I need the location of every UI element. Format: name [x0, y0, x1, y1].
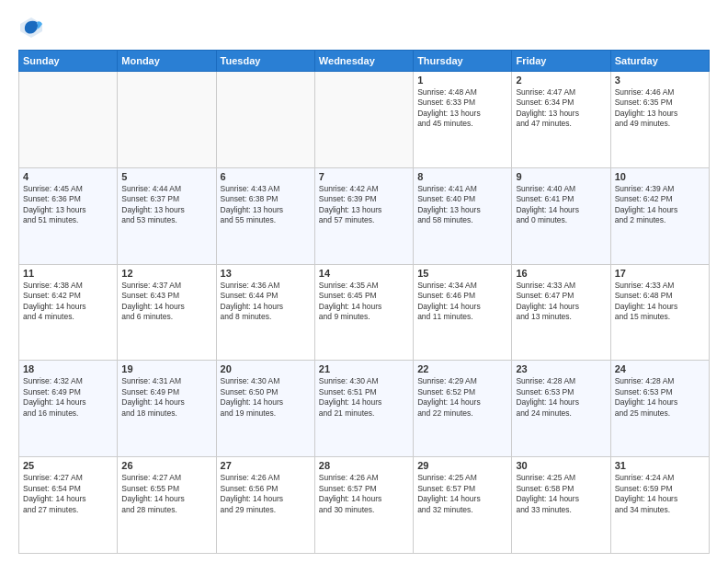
- page: SundayMondayTuesdayWednesdayThursdayFrid…: [0, 0, 728, 563]
- table-cell: 24Sunrise: 4:28 AMSunset: 6:53 PMDayligh…: [610, 361, 709, 457]
- day-number: 11: [23, 268, 113, 279]
- cell-text: Sunrise: 4:27 AMSunset: 6:55 PMDaylight:…: [121, 473, 211, 515]
- table-cell: 10Sunrise: 4:39 AMSunset: 6:42 PMDayligh…: [610, 167, 709, 264]
- cell-text: Sunrise: 4:27 AMSunset: 6:54 PMDaylight:…: [23, 473, 113, 515]
- cell-text: Sunrise: 4:26 AMSunset: 6:56 PMDaylight:…: [221, 473, 311, 515]
- cell-text: Sunrise: 4:47 AMSunset: 6:34 PMDaylight:…: [516, 87, 606, 130]
- logo: [18, 15, 48, 40]
- day-number: 28: [319, 460, 409, 471]
- day-number: 15: [417, 268, 507, 279]
- table-cell: 28Sunrise: 4:26 AMSunset: 6:57 PMDayligh…: [314, 457, 413, 554]
- table-cell: 14Sunrise: 4:35 AMSunset: 6:45 PMDayligh…: [314, 264, 413, 361]
- day-number: 5: [121, 171, 211, 182]
- day-number: 2: [516, 75, 606, 86]
- day-number: 19: [121, 363, 211, 374]
- day-number: 18: [23, 363, 113, 374]
- table-cell: [216, 72, 314, 168]
- day-number: 17: [615, 268, 705, 279]
- table-cell: 1Sunrise: 4:48 AMSunset: 6:33 PMDaylight…: [414, 72, 512, 168]
- cell-text: Sunrise: 4:45 AMSunset: 6:36 PMDaylight:…: [23, 184, 113, 226]
- table-cell: 5Sunrise: 4:44 AMSunset: 6:37 PMDaylight…: [118, 167, 216, 264]
- table-cell: 20Sunrise: 4:30 AMSunset: 6:50 PMDayligh…: [216, 361, 314, 457]
- cell-text: Sunrise: 4:48 AMSunset: 6:33 PMDaylight:…: [417, 87, 507, 130]
- col-header-friday: Friday: [512, 51, 610, 72]
- cell-text: Sunrise: 4:24 AMSunset: 6:59 PMDaylight:…: [615, 473, 705, 515]
- cell-text: Sunrise: 4:36 AMSunset: 6:44 PMDaylight:…: [221, 281, 311, 323]
- table-cell: 25Sunrise: 4:27 AMSunset: 6:54 PMDayligh…: [19, 457, 118, 554]
- table-cell: 16Sunrise: 4:33 AMSunset: 6:47 PMDayligh…: [512, 264, 610, 361]
- col-header-sunday: Sunday: [19, 51, 118, 72]
- cell-text: Sunrise: 4:29 AMSunset: 6:52 PMDaylight:…: [417, 376, 507, 419]
- day-number: 7: [319, 171, 409, 182]
- day-number: 12: [121, 268, 211, 279]
- table-cell: [19, 72, 118, 168]
- table-cell: 4Sunrise: 4:45 AMSunset: 6:36 PMDaylight…: [19, 167, 118, 264]
- cell-text: Sunrise: 4:25 AMSunset: 6:58 PMDaylight:…: [516, 473, 606, 515]
- col-header-saturday: Saturday: [610, 51, 709, 72]
- table-cell: 29Sunrise: 4:25 AMSunset: 6:57 PMDayligh…: [414, 457, 512, 554]
- day-number: 23: [516, 363, 606, 374]
- day-number: 26: [121, 460, 211, 471]
- table-cell: 21Sunrise: 4:30 AMSunset: 6:51 PMDayligh…: [314, 361, 413, 457]
- day-number: 21: [319, 363, 409, 374]
- calendar-table: SundayMondayTuesdayWednesdayThursdayFrid…: [18, 50, 710, 554]
- cell-text: Sunrise: 4:33 AMSunset: 6:47 PMDaylight:…: [516, 281, 606, 323]
- cell-text: Sunrise: 4:30 AMSunset: 6:50 PMDaylight:…: [221, 376, 311, 419]
- day-number: 9: [516, 171, 606, 182]
- cell-text: Sunrise: 4:44 AMSunset: 6:37 PMDaylight:…: [121, 184, 211, 226]
- day-number: 20: [221, 363, 311, 374]
- table-cell: 11Sunrise: 4:38 AMSunset: 6:42 PMDayligh…: [19, 264, 118, 361]
- table-cell: 19Sunrise: 4:31 AMSunset: 6:49 PMDayligh…: [118, 361, 216, 457]
- cell-text: Sunrise: 4:25 AMSunset: 6:57 PMDaylight:…: [417, 473, 507, 515]
- day-number: 29: [417, 460, 507, 471]
- day-number: 30: [516, 460, 606, 471]
- cell-text: Sunrise: 4:40 AMSunset: 6:41 PMDaylight:…: [516, 184, 606, 226]
- cell-text: Sunrise: 4:34 AMSunset: 6:46 PMDaylight:…: [417, 281, 507, 323]
- cell-text: Sunrise: 4:28 AMSunset: 6:53 PMDaylight:…: [516, 376, 606, 419]
- table-cell: 15Sunrise: 4:34 AMSunset: 6:46 PMDayligh…: [414, 264, 512, 361]
- col-header-monday: Monday: [118, 51, 216, 72]
- day-number: 6: [221, 171, 311, 182]
- day-number: 24: [615, 363, 705, 374]
- col-header-thursday: Thursday: [414, 51, 512, 72]
- cell-text: Sunrise: 4:28 AMSunset: 6:53 PMDaylight:…: [615, 376, 705, 419]
- table-cell: 30Sunrise: 4:25 AMSunset: 6:58 PMDayligh…: [512, 457, 610, 554]
- table-cell: 6Sunrise: 4:43 AMSunset: 6:38 PMDaylight…: [216, 167, 314, 264]
- day-number: 27: [221, 460, 311, 471]
- table-cell: 13Sunrise: 4:36 AMSunset: 6:44 PMDayligh…: [216, 264, 314, 361]
- day-number: 16: [516, 268, 606, 279]
- table-cell: 8Sunrise: 4:41 AMSunset: 6:40 PMDaylight…: [414, 167, 512, 264]
- cell-text: Sunrise: 4:30 AMSunset: 6:51 PMDaylight:…: [319, 376, 409, 419]
- cell-text: Sunrise: 4:26 AMSunset: 6:57 PMDaylight:…: [319, 473, 409, 515]
- table-cell: 31Sunrise: 4:24 AMSunset: 6:59 PMDayligh…: [610, 457, 709, 554]
- header: [18, 15, 710, 40]
- table-cell: 9Sunrise: 4:40 AMSunset: 6:41 PMDaylight…: [512, 167, 610, 264]
- cell-text: Sunrise: 4:32 AMSunset: 6:49 PMDaylight:…: [23, 376, 113, 419]
- cell-text: Sunrise: 4:41 AMSunset: 6:40 PMDaylight:…: [417, 184, 507, 226]
- col-header-tuesday: Tuesday: [216, 51, 314, 72]
- day-number: 8: [417, 171, 507, 182]
- cell-text: Sunrise: 4:31 AMSunset: 6:49 PMDaylight:…: [121, 376, 211, 419]
- table-cell: 18Sunrise: 4:32 AMSunset: 6:49 PMDayligh…: [19, 361, 118, 457]
- day-number: 1: [417, 75, 507, 86]
- table-cell: 2Sunrise: 4:47 AMSunset: 6:34 PMDaylight…: [512, 72, 610, 168]
- day-number: 3: [615, 75, 705, 86]
- table-cell: 23Sunrise: 4:28 AMSunset: 6:53 PMDayligh…: [512, 361, 610, 457]
- cell-text: Sunrise: 4:33 AMSunset: 6:48 PMDaylight:…: [615, 281, 705, 323]
- cell-text: Sunrise: 4:37 AMSunset: 6:43 PMDaylight:…: [121, 281, 211, 323]
- table-cell: 7Sunrise: 4:42 AMSunset: 6:39 PMDaylight…: [314, 167, 413, 264]
- table-cell: 3Sunrise: 4:46 AMSunset: 6:35 PMDaylight…: [610, 72, 709, 168]
- day-number: 31: [615, 460, 705, 471]
- cell-text: Sunrise: 4:43 AMSunset: 6:38 PMDaylight:…: [221, 184, 311, 226]
- table-cell: 12Sunrise: 4:37 AMSunset: 6:43 PMDayligh…: [118, 264, 216, 361]
- table-cell: 26Sunrise: 4:27 AMSunset: 6:55 PMDayligh…: [118, 457, 216, 554]
- cell-text: Sunrise: 4:46 AMSunset: 6:35 PMDaylight:…: [615, 87, 705, 130]
- cell-text: Sunrise: 4:42 AMSunset: 6:39 PMDaylight:…: [319, 184, 409, 226]
- table-cell: 17Sunrise: 4:33 AMSunset: 6:48 PMDayligh…: [610, 264, 709, 361]
- day-number: 13: [221, 268, 311, 279]
- cell-text: Sunrise: 4:35 AMSunset: 6:45 PMDaylight:…: [319, 281, 409, 323]
- logo-icon: [18, 15, 44, 40]
- day-number: 22: [417, 363, 507, 374]
- day-number: 10: [615, 171, 705, 182]
- col-header-wednesday: Wednesday: [314, 51, 413, 72]
